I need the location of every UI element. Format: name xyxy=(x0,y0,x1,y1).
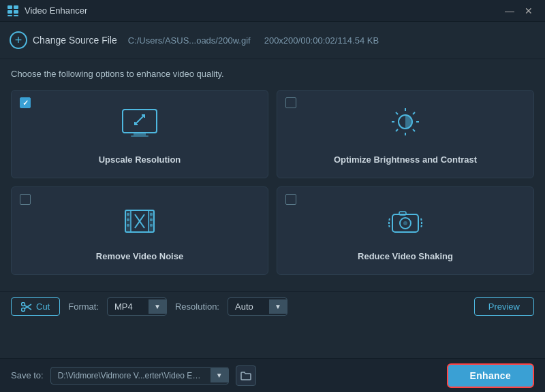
svg-point-34 xyxy=(403,221,407,225)
svg-rect-4 xyxy=(7,15,12,16)
file-meta: 200x200/00:00:02/114.54 KB xyxy=(264,35,379,46)
noise-checkbox[interactable] xyxy=(20,194,31,205)
svg-line-16 xyxy=(413,129,415,131)
upscale-checkbox[interactable] xyxy=(20,97,31,108)
format-value: MP4 xyxy=(108,298,149,315)
svg-rect-35 xyxy=(399,212,406,215)
shaking-checkbox[interactable] xyxy=(285,194,296,205)
change-source-label: Change Source File xyxy=(33,35,117,46)
save-path-arrow[interactable]: ▼ xyxy=(211,368,228,382)
svg-point-37 xyxy=(22,308,25,311)
svg-rect-24 xyxy=(127,213,129,216)
svg-rect-7 xyxy=(134,133,146,135)
file-path: C:/Users/ASUS...oads/200w.gif xyxy=(128,35,251,46)
plus-circle-icon: + xyxy=(10,31,27,49)
upscale-label: Upscale Resolution xyxy=(99,154,181,165)
format-dropdown[interactable]: MP4 ▼ xyxy=(107,297,167,316)
shaking-label: Reduce Video Shaking xyxy=(358,251,453,261)
main-content: Choose the following options to enhance … xyxy=(0,59,545,291)
svg-line-17 xyxy=(413,112,415,114)
svg-rect-5 xyxy=(14,15,18,16)
cut-label: Cut xyxy=(36,301,50,312)
folder-icon xyxy=(240,371,251,380)
save-path-text: D:\Vidmore\Vidmore V...erter\Video Enhan… xyxy=(51,368,211,384)
change-source-button[interactable]: + Change Source File xyxy=(10,29,117,52)
svg-line-15 xyxy=(396,112,398,114)
options-grid: Upscale Resolution xyxy=(11,90,534,275)
format-arrow[interactable]: ▼ xyxy=(149,299,166,314)
svg-rect-0 xyxy=(7,5,12,9)
noise-label: Remove Video Noise xyxy=(96,251,183,261)
svg-line-18 xyxy=(396,129,398,131)
svg-rect-1 xyxy=(14,5,18,9)
option-card-upscale[interactable]: Upscale Resolution xyxy=(11,90,268,178)
svg-rect-2 xyxy=(7,10,12,14)
window-title: Video Enhancer xyxy=(25,5,500,16)
preview-button[interactable]: Preview xyxy=(474,297,534,316)
svg-rect-3 xyxy=(14,10,18,14)
option-card-noise[interactable]: Remove Video Noise xyxy=(11,186,268,275)
scissors-icon xyxy=(21,302,32,312)
enhance-label: Enhance xyxy=(470,370,511,381)
svg-line-9 xyxy=(135,115,144,125)
brightness-label: Optimize Brightness and Contrast xyxy=(334,154,477,165)
shaking-icon xyxy=(385,201,426,242)
svg-rect-26 xyxy=(127,224,129,227)
close-button[interactable]: ✕ xyxy=(519,1,538,20)
svg-point-36 xyxy=(22,302,25,306)
save-bar: Save to: D:\Vidmore\Vidmore V...erter\Vi… xyxy=(0,358,545,392)
svg-rect-29 xyxy=(150,224,153,227)
save-label: Save to: xyxy=(11,370,44,380)
enhance-button[interactable]: Enhance xyxy=(447,363,534,388)
upscale-icon xyxy=(119,104,160,145)
cut-button[interactable]: Cut xyxy=(11,297,60,316)
app-icon xyxy=(7,5,19,17)
noise-icon xyxy=(119,201,160,242)
title-bar: Video Enhancer — ✕ xyxy=(0,0,545,22)
brightness-checkbox[interactable] xyxy=(285,97,296,108)
svg-rect-6 xyxy=(123,110,157,133)
svg-rect-8 xyxy=(131,135,149,137)
minimize-button[interactable]: — xyxy=(500,1,519,20)
svg-rect-25 xyxy=(127,218,129,221)
resolution-arrow[interactable]: ▼ xyxy=(269,299,287,314)
source-bar: + Change Source File C:/Users/ASUS...oad… xyxy=(0,22,545,59)
preview-label: Preview xyxy=(488,301,520,312)
resolution-value: Auto xyxy=(228,298,269,315)
bottom-controls: Cut Format: MP4 ▼ Resolution: Auto ▼ Pre… xyxy=(0,291,545,321)
resolution-dropdown[interactable]: Auto ▼ xyxy=(228,297,287,316)
brightness-icon xyxy=(385,104,426,145)
svg-rect-28 xyxy=(150,218,153,221)
option-card-shaking[interactable]: Reduce Video Shaking xyxy=(277,186,534,275)
instruction-text: Choose the following options to enhance … xyxy=(11,69,534,79)
option-card-brightness[interactable]: Optimize Brightness and Contrast xyxy=(277,90,534,178)
format-label: Format: xyxy=(68,301,99,312)
resolution-label: Resolution: xyxy=(175,301,219,312)
save-path-wrapper: D:\Vidmore\Vidmore V...erter\Video Enhan… xyxy=(50,367,229,385)
folder-button[interactable] xyxy=(236,365,256,386)
svg-rect-27 xyxy=(150,213,153,216)
